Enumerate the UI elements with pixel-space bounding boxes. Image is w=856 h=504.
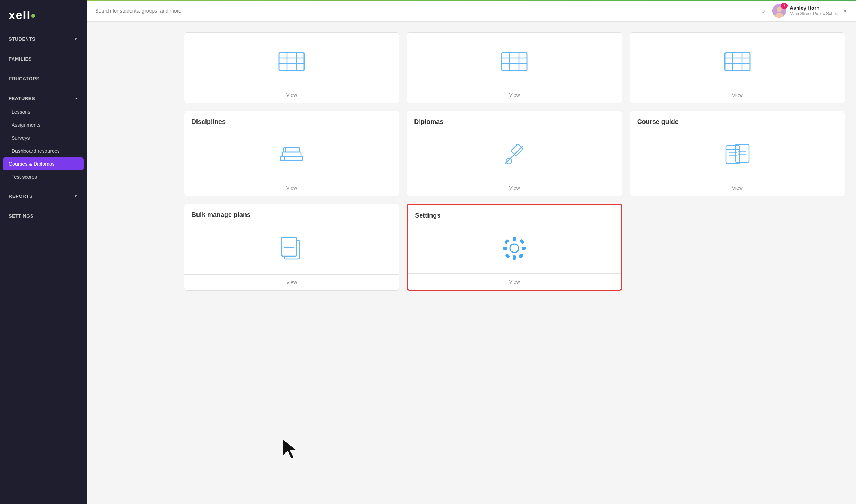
settings-header[interactable]: SETTINGS xyxy=(0,209,87,223)
diplomas-icon xyxy=(500,140,529,169)
features-chevron: ▼ xyxy=(74,97,78,101)
nav-section-settings: SETTINGS xyxy=(0,206,87,226)
svg-marker-49 xyxy=(283,440,296,459)
svg-point-40 xyxy=(510,244,519,253)
families-header[interactable]: FAMILIES xyxy=(0,52,87,66)
card-settings-body: Settings xyxy=(408,205,621,273)
students-chevron: ▼ xyxy=(74,37,78,41)
svg-rect-41 xyxy=(513,237,516,241)
card-course-guide-icon-area xyxy=(637,133,838,176)
card-course-guide: Course guide View xyxy=(630,111,845,196)
card-top-left-icon-area xyxy=(191,40,392,83)
user-menu[interactable]: 7 Ashley Horn Main Street Public Scho...… xyxy=(772,4,847,18)
svg-rect-42 xyxy=(513,255,516,260)
card-bulk-manage: Bulk manage plans View xyxy=(184,204,399,291)
card-course-guide-title: Course guide xyxy=(637,118,679,126)
features-header[interactable]: FEATURES ▼ xyxy=(0,92,87,106)
families-label: FAMILIES xyxy=(9,56,32,62)
nav-section-educators: EDUCATORS xyxy=(0,69,87,89)
card-top-center-view[interactable]: View xyxy=(407,87,622,103)
card-bulk-manage-title: Bulk manage plans xyxy=(191,211,250,219)
card-top-left-view[interactable]: View xyxy=(184,87,399,103)
students-label: STUDENTS xyxy=(9,36,35,42)
bulk-manage-icon xyxy=(277,234,306,263)
sidebar-item-test-scores[interactable]: Test scores xyxy=(0,170,87,183)
educators-header[interactable]: EDUCATORS xyxy=(0,72,87,86)
table-icon xyxy=(277,47,306,76)
nav-section-students: STUDENTS ▼ xyxy=(0,29,87,49)
educators-label: EDUCATORS xyxy=(9,76,40,81)
table3-icon xyxy=(723,47,752,76)
card-top-right-body xyxy=(630,33,845,87)
card-disciplines: Disciplines View xyxy=(184,111,399,196)
settings-label: SETTINGS xyxy=(9,213,34,219)
svg-rect-44 xyxy=(522,247,526,250)
card-settings-title: Settings xyxy=(415,212,440,219)
reports-header[interactable]: REPORTS ▼ xyxy=(0,189,87,203)
card-top-center-icon-area xyxy=(414,40,615,83)
sidebar-item-dashboard-resources[interactable]: Dashboard resources xyxy=(0,144,87,157)
svg-rect-3 xyxy=(279,53,304,71)
user-school: Main Street Public Scho... xyxy=(790,11,839,17)
svg-rect-13 xyxy=(725,53,750,71)
card-top-center: View xyxy=(407,32,622,103)
card-settings: Settings xyxy=(407,204,622,291)
sidebar-item-courses-diplomas[interactable]: Courses & Diplomas xyxy=(3,157,84,170)
reports-chevron: ▼ xyxy=(74,194,78,198)
course-guide-icon xyxy=(723,140,752,169)
card-top-right-icon-area xyxy=(637,40,838,83)
nav-section-features: FEATURES ▼ Lessons Assignments Surveys D… xyxy=(0,89,87,186)
card-top-left: View xyxy=(184,32,399,103)
card-bulk-manage-body: Bulk manage plans xyxy=(184,204,399,274)
card-diplomas-title: Diplomas xyxy=(414,118,443,126)
search-input[interactable] xyxy=(95,8,239,14)
gear-icon xyxy=(500,234,529,263)
notification-badge: 7 xyxy=(781,3,788,9)
svg-point-1 xyxy=(777,7,782,12)
avatar-wrap: 7 xyxy=(772,4,786,18)
card-top-left-body xyxy=(184,33,399,87)
main-content: View View xyxy=(173,22,856,504)
sidebar-item-assignments[interactable]: Assignments xyxy=(0,119,87,131)
card-diplomas-body: Diplomas xyxy=(407,111,622,180)
card-settings-view[interactable]: View xyxy=(408,273,621,290)
svg-rect-25 xyxy=(511,144,523,156)
cards-grid: View View xyxy=(184,32,845,291)
card-diplomas-view[interactable]: View xyxy=(407,180,622,196)
logo-dot xyxy=(31,14,35,18)
students-header[interactable]: STUDENTS ▼ xyxy=(0,32,87,46)
sidebar-item-lessons[interactable]: Lessons xyxy=(0,106,87,119)
cursor xyxy=(281,438,299,461)
table2-icon xyxy=(500,47,529,76)
card-top-center-body xyxy=(407,33,622,87)
search-icon: ⌕ xyxy=(761,7,765,14)
user-name: Ashley Horn xyxy=(790,5,839,11)
card-bulk-manage-icon-area xyxy=(191,226,392,271)
search-area: ⌕ xyxy=(95,7,765,14)
svg-rect-36 xyxy=(281,237,297,256)
card-disciplines-icon-area xyxy=(191,133,392,176)
logo: xell xyxy=(9,9,35,22)
svg-rect-45 xyxy=(504,239,509,244)
card-top-right-view[interactable]: View xyxy=(630,87,845,103)
card-settings-icon-area xyxy=(415,227,614,270)
svg-rect-43 xyxy=(503,247,507,250)
sidebar-item-surveys[interactable]: Surveys xyxy=(0,131,87,144)
card-course-guide-body: Course guide xyxy=(630,111,845,180)
svg-rect-28 xyxy=(735,144,749,162)
svg-rect-46 xyxy=(519,253,524,258)
card-diplomas-icon-area xyxy=(414,133,615,176)
card-course-guide-view[interactable]: View xyxy=(630,180,845,196)
logo-area: xell xyxy=(0,0,87,29)
svg-rect-47 xyxy=(505,253,510,258)
svg-rect-48 xyxy=(520,239,525,244)
card-disciplines-title: Disciplines xyxy=(191,118,226,126)
card-bulk-manage-view[interactable]: View xyxy=(184,274,399,290)
card-disciplines-body: Disciplines xyxy=(184,111,399,180)
topbar: ⌕ 7 Ashley Horn Main Street Public Scho.… xyxy=(87,0,856,22)
nav-section-reports: REPORTS ▼ xyxy=(0,186,87,206)
svg-point-26 xyxy=(506,158,512,164)
user-dropdown-arrow: ▼ xyxy=(843,8,847,13)
card-diplomas: Diplomas View xyxy=(407,111,622,196)
card-disciplines-view[interactable]: View xyxy=(184,180,399,196)
